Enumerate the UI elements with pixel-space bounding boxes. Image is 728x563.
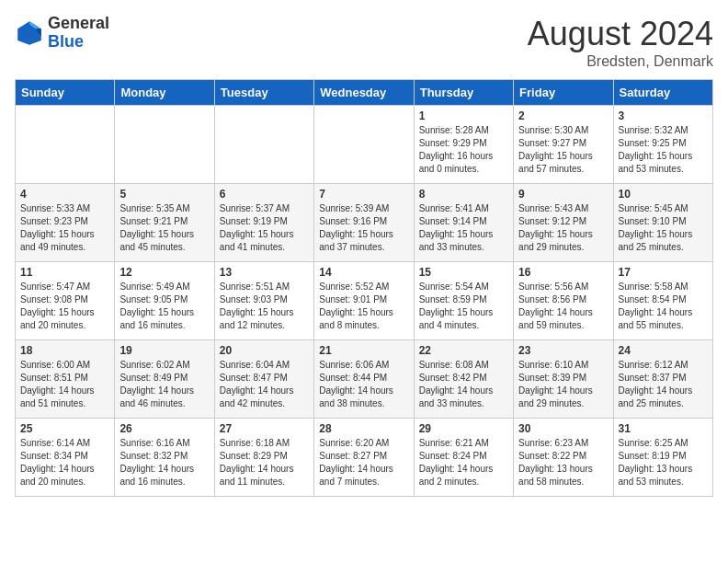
calendar-cell: 18Sunrise: 6:00 AM Sunset: 8:51 PM Dayli… [16,340,115,419]
calendar-cell: 20Sunrise: 6:04 AM Sunset: 8:47 PM Dayli… [214,340,313,419]
calendar-cell: 19Sunrise: 6:02 AM Sunset: 8:49 PM Dayli… [115,340,214,419]
day-number: 8 [419,188,508,201]
logo-general: General [48,15,109,33]
day-info: Sunrise: 6:14 AM Sunset: 8:34 PM Dayligh… [20,437,109,488]
calendar-cell: 23Sunrise: 6:10 AM Sunset: 8:39 PM Dayli… [514,340,613,419]
calendar-cell: 28Sunrise: 6:20 AM Sunset: 8:27 PM Dayli… [314,419,414,497]
calendar-cell: 25Sunrise: 6:14 AM Sunset: 8:34 PM Dayli… [16,419,115,497]
day-number: 12 [119,266,209,279]
calendar-cell: 29Sunrise: 6:21 AM Sunset: 8:24 PM Dayli… [414,419,513,497]
logo: General Blue [15,15,109,52]
calendar-cell: 17Sunrise: 5:58 AM Sunset: 8:54 PM Dayli… [613,262,712,340]
calendar-cell: 8Sunrise: 5:41 AM Sunset: 9:14 PM Daylig… [414,184,513,262]
day-of-week-header: Saturday [613,80,712,106]
calendar-cell: 6Sunrise: 5:37 AM Sunset: 9:19 PM Daylig… [214,184,313,262]
calendar-table: SundayMondayTuesdayWednesdayThursdayFrid… [15,79,713,497]
day-number: 20 [220,344,309,357]
day-number: 7 [319,188,408,201]
location: Bredsten, Denmark [528,53,713,70]
calendar-cell: 30Sunrise: 6:23 AM Sunset: 8:22 PM Dayli… [514,419,613,497]
calendar-header-row: SundayMondayTuesdayWednesdayThursdayFrid… [16,80,713,106]
day-of-week-header: Tuesday [214,80,313,106]
day-info: Sunrise: 5:30 AM Sunset: 9:27 PM Dayligh… [518,124,608,176]
day-number: 5 [119,188,209,201]
day-info: Sunrise: 5:39 AM Sunset: 9:16 PM Dayligh… [319,202,408,254]
day-info: Sunrise: 5:33 AM Sunset: 9:23 PM Dayligh… [20,202,109,254]
day-number: 15 [419,266,508,279]
day-info: Sunrise: 5:51 AM Sunset: 9:03 PM Dayligh… [220,281,309,332]
day-info: Sunrise: 5:54 AM Sunset: 8:59 PM Dayligh… [419,281,508,332]
day-of-week-header: Sunday [16,80,115,106]
day-info: Sunrise: 5:28 AM Sunset: 9:29 PM Dayligh… [419,124,508,176]
day-info: Sunrise: 5:35 AM Sunset: 9:21 PM Dayligh… [119,202,209,254]
calendar-cell: 15Sunrise: 5:54 AM Sunset: 8:59 PM Dayli… [414,262,513,340]
calendar-cell: 3Sunrise: 5:32 AM Sunset: 9:25 PM Daylig… [613,106,712,184]
day-number: 26 [119,422,209,435]
day-info: Sunrise: 6:25 AM Sunset: 8:19 PM Dayligh… [619,437,708,488]
calendar-cell: 22Sunrise: 6:08 AM Sunset: 8:42 PM Dayli… [414,340,513,419]
calendar-cell [314,106,414,184]
day-info: Sunrise: 6:08 AM Sunset: 8:42 PM Dayligh… [419,359,508,410]
calendar-week-row: 18Sunrise: 6:00 AM Sunset: 8:51 PM Dayli… [16,340,713,419]
calendar-cell: 31Sunrise: 6:25 AM Sunset: 8:19 PM Dayli… [613,419,712,497]
day-info: Sunrise: 6:21 AM Sunset: 8:24 PM Dayligh… [419,437,508,488]
calendar-cell: 16Sunrise: 5:56 AM Sunset: 8:56 PM Dayli… [514,262,613,340]
calendar-cell: 13Sunrise: 5:51 AM Sunset: 9:03 PM Dayli… [214,262,313,340]
day-info: Sunrise: 6:02 AM Sunset: 8:49 PM Dayligh… [119,359,209,410]
day-info: Sunrise: 5:32 AM Sunset: 9:25 PM Dayligh… [619,124,708,176]
calendar-cell: 27Sunrise: 6:18 AM Sunset: 8:29 PM Dayli… [214,419,313,497]
logo-icon [15,18,44,48]
day-info: Sunrise: 5:45 AM Sunset: 9:10 PM Dayligh… [619,202,708,254]
day-info: Sunrise: 6:23 AM Sunset: 8:22 PM Dayligh… [518,437,608,488]
logo-blue: Blue [48,33,109,52]
page-header: General Blue August 2024 Bredsten, Denma… [15,15,713,70]
day-number: 31 [619,422,708,435]
month-year: August 2024 [528,15,713,53]
day-number: 13 [220,266,309,279]
day-number: 23 [518,344,608,357]
calendar-cell: 10Sunrise: 5:45 AM Sunset: 9:10 PM Dayli… [613,184,712,262]
day-of-week-header: Monday [115,80,214,106]
day-info: Sunrise: 6:00 AM Sunset: 8:51 PM Dayligh… [20,359,109,410]
day-info: Sunrise: 6:18 AM Sunset: 8:29 PM Dayligh… [220,437,309,488]
day-number: 10 [619,188,708,201]
day-number: 24 [619,344,708,357]
day-number: 21 [319,344,408,357]
day-number: 16 [518,266,608,279]
day-info: Sunrise: 6:10 AM Sunset: 8:39 PM Dayligh… [518,359,608,410]
calendar-cell: 7Sunrise: 5:39 AM Sunset: 9:16 PM Daylig… [314,184,414,262]
calendar-week-row: 4Sunrise: 5:33 AM Sunset: 9:23 PM Daylig… [16,184,713,262]
title-block: August 2024 Bredsten, Denmark [528,15,713,70]
calendar-week-row: 1Sunrise: 5:28 AM Sunset: 9:29 PM Daylig… [16,106,713,184]
day-info: Sunrise: 6:06 AM Sunset: 8:44 PM Dayligh… [319,359,408,410]
day-number: 9 [518,188,608,201]
calendar-cell: 12Sunrise: 5:49 AM Sunset: 9:05 PM Dayli… [115,262,214,340]
day-number: 25 [20,422,109,435]
calendar-cell: 11Sunrise: 5:47 AM Sunset: 9:08 PM Dayli… [16,262,115,340]
day-number: 30 [518,422,608,435]
day-number: 11 [20,266,109,279]
calendar-cell [115,106,214,184]
day-info: Sunrise: 5:52 AM Sunset: 9:01 PM Dayligh… [319,281,408,332]
day-info: Sunrise: 5:47 AM Sunset: 9:08 PM Dayligh… [20,281,109,332]
calendar-cell: 26Sunrise: 6:16 AM Sunset: 8:32 PM Dayli… [115,419,214,497]
day-number: 1 [419,109,508,122]
calendar-week-row: 25Sunrise: 6:14 AM Sunset: 8:34 PM Dayli… [16,419,713,497]
day-info: Sunrise: 5:37 AM Sunset: 9:19 PM Dayligh… [220,202,309,254]
calendar-cell: 9Sunrise: 5:43 AM Sunset: 9:12 PM Daylig… [514,184,613,262]
day-number: 14 [319,266,408,279]
day-number: 22 [419,344,508,357]
day-of-week-header: Thursday [414,80,513,106]
day-of-week-header: Friday [514,80,613,106]
day-number: 3 [619,109,708,122]
day-info: Sunrise: 6:16 AM Sunset: 8:32 PM Dayligh… [119,437,209,488]
calendar-cell: 1Sunrise: 5:28 AM Sunset: 9:29 PM Daylig… [414,106,513,184]
calendar-cell: 14Sunrise: 5:52 AM Sunset: 9:01 PM Dayli… [314,262,414,340]
calendar-cell: 2Sunrise: 5:30 AM Sunset: 9:27 PM Daylig… [514,106,613,184]
calendar-cell: 24Sunrise: 6:12 AM Sunset: 8:37 PM Dayli… [613,340,712,419]
day-number: 18 [20,344,109,357]
day-info: Sunrise: 5:43 AM Sunset: 9:12 PM Dayligh… [518,202,608,254]
day-info: Sunrise: 5:49 AM Sunset: 9:05 PM Dayligh… [119,281,209,332]
day-number: 4 [20,188,109,201]
svg-marker-0 [17,21,41,45]
